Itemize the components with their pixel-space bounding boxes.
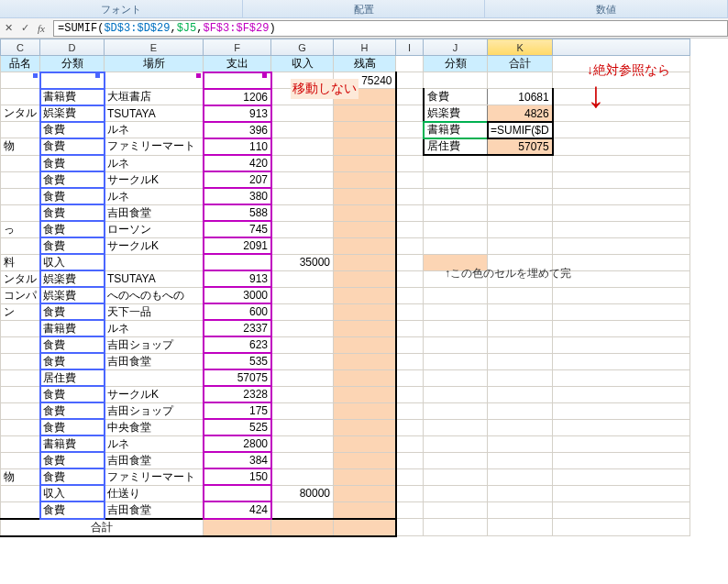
fx-icon[interactable]: fx: [33, 23, 50, 34]
cell[interactable]: [396, 237, 424, 254]
cell[interactable]: [424, 485, 488, 501]
cell[interactable]: 食費: [40, 419, 105, 435]
cell[interactable]: [424, 320, 488, 336]
cell[interactable]: [334, 171, 396, 188]
cell[interactable]: [334, 386, 396, 402]
cell[interactable]: [424, 501, 488, 519]
cell[interactable]: [488, 155, 553, 171]
cell[interactable]: [396, 519, 424, 536]
cell[interactable]: 57075: [488, 138, 553, 156]
hdr-expense[interactable]: 支出: [204, 56, 271, 72]
cell[interactable]: 424: [204, 501, 271, 519]
cell[interactable]: 623: [204, 336, 271, 353]
cell[interactable]: [553, 287, 690, 303]
cell[interactable]: [553, 320, 690, 336]
cell[interactable]: 207: [204, 171, 271, 188]
cell[interactable]: [334, 221, 396, 237]
cell[interactable]: [271, 369, 334, 386]
cell[interactable]: [271, 353, 334, 369]
cell[interactable]: [1, 402, 40, 419]
cell[interactable]: 525: [204, 419, 271, 435]
ribbon-font[interactable]: フォント: [0, 0, 243, 17]
cell[interactable]: サークルK: [105, 237, 204, 254]
cell[interactable]: ンタル: [1, 105, 40, 122]
cell[interactable]: [396, 287, 424, 303]
cell[interactable]: [334, 155, 396, 171]
cell[interactable]: 食費: [40, 303, 105, 320]
cell[interactable]: [424, 287, 488, 303]
cell[interactable]: [553, 270, 690, 287]
cell[interactable]: [1, 336, 40, 353]
cell[interactable]: [396, 155, 424, 171]
ribbon-number[interactable]: 数値: [485, 0, 728, 17]
cell[interactable]: [334, 105, 396, 122]
cell[interactable]: [40, 72, 105, 89]
cell[interactable]: [396, 386, 424, 402]
cell[interactable]: 913: [204, 105, 271, 122]
cell[interactable]: 2337: [204, 320, 271, 336]
cell[interactable]: 物: [1, 468, 40, 485]
cell[interactable]: コンパ: [1, 287, 40, 303]
cell[interactable]: 食費: [40, 402, 105, 419]
cell[interactable]: TSUTAYA: [105, 105, 204, 122]
cell[interactable]: [1, 501, 40, 519]
cell[interactable]: [271, 155, 334, 171]
cell[interactable]: [488, 519, 553, 536]
cell[interactable]: [488, 419, 553, 435]
cell[interactable]: 吉田ショップ: [105, 402, 204, 419]
cell[interactable]: ルネ: [105, 320, 204, 336]
cell[interactable]: [271, 336, 334, 353]
cell[interactable]: [1, 237, 40, 254]
cell[interactable]: [1, 485, 40, 501]
cell[interactable]: 745: [204, 221, 271, 237]
cell[interactable]: TSUTAYA: [105, 270, 204, 287]
cell[interactable]: [1, 122, 40, 138]
cell[interactable]: 4826: [488, 105, 553, 122]
cell[interactable]: [271, 435, 334, 452]
cell[interactable]: [424, 237, 488, 254]
cell[interactable]: [204, 254, 271, 270]
col-header[interactable]: J: [424, 39, 488, 56]
cell[interactable]: [424, 519, 488, 536]
cell[interactable]: 食費: [40, 237, 105, 254]
cell[interactable]: [424, 204, 488, 221]
col-header[interactable]: K: [488, 39, 553, 56]
cell[interactable]: 中央食堂: [105, 419, 204, 435]
col-header[interactable]: E: [105, 39, 204, 56]
cell[interactable]: [488, 72, 553, 89]
total-label[interactable]: 合計: [1, 519, 204, 536]
cell[interactable]: [396, 501, 424, 519]
cell[interactable]: [334, 419, 396, 435]
cell[interactable]: [553, 303, 690, 320]
cell[interactable]: [396, 122, 424, 138]
cell[interactable]: [424, 188, 488, 204]
formula-input[interactable]: =SUMIF( $D$3:$D$29 , $J5 , $F$3:$F$29 ): [53, 20, 728, 37]
cell[interactable]: 書籍費: [40, 435, 105, 452]
cell[interactable]: [271, 237, 334, 254]
cell[interactable]: [334, 303, 396, 320]
cell[interactable]: [334, 353, 396, 369]
cell[interactable]: [105, 72, 204, 89]
cell[interactable]: [396, 402, 424, 419]
cell[interactable]: ルネ: [105, 188, 204, 204]
cell[interactable]: [488, 369, 553, 386]
cell[interactable]: [1, 435, 40, 452]
cell[interactable]: [1, 320, 40, 336]
cell[interactable]: 1206: [204, 89, 271, 105]
cell[interactable]: [424, 72, 488, 89]
cell[interactable]: [334, 270, 396, 287]
cell[interactable]: [424, 452, 488, 468]
cell[interactable]: っ: [1, 221, 40, 237]
cell[interactable]: [424, 386, 488, 402]
cell[interactable]: [396, 353, 424, 369]
cell[interactable]: [1, 171, 40, 188]
cell[interactable]: [424, 402, 488, 419]
cell[interactable]: [553, 237, 690, 254]
cell[interactable]: [396, 188, 424, 204]
cell[interactable]: ン: [1, 303, 40, 320]
cell[interactable]: 913: [204, 270, 271, 287]
col-header[interactable]: C: [1, 39, 40, 56]
cell[interactable]: ルネ: [105, 122, 204, 138]
cell[interactable]: [553, 435, 690, 452]
col-header[interactable]: D: [40, 39, 105, 56]
